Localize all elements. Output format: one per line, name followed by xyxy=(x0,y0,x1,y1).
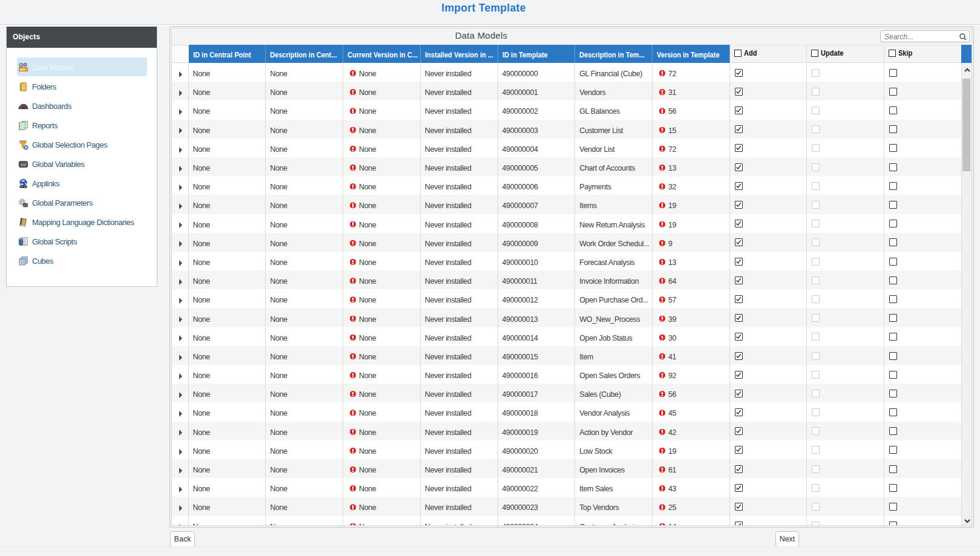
svg-text:(x): (x) xyxy=(21,162,26,167)
